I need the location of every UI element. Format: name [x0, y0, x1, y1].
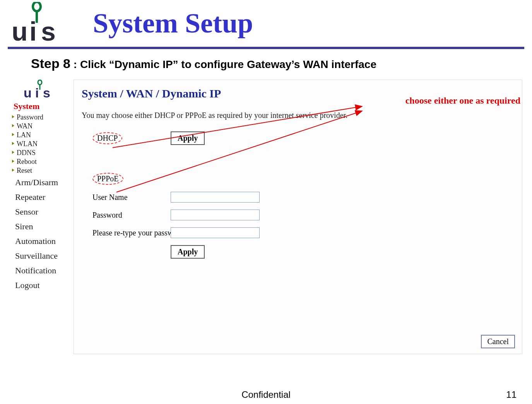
username-input[interactable] — [171, 192, 260, 203]
uis-logo-small: u i s — [10, 80, 71, 99]
sidebar-item-automation[interactable]: Automation — [10, 234, 71, 249]
svg-text:s: s — [41, 17, 56, 44]
step-number: Step 8 — [31, 56, 70, 71]
step-separator: : — [70, 58, 80, 70]
sidebar-item-sensor[interactable]: Sensor — [10, 205, 71, 219]
dhcp-option[interactable]: DHCP — [92, 132, 122, 144]
sidebar-item-system[interactable]: System — [10, 101, 71, 111]
sidebar-item-reset[interactable]: Reset — [10, 166, 71, 175]
sidebar-item-siren[interactable]: Siren — [10, 219, 71, 234]
sidebar-item-ddns[interactable]: DDNS — [10, 148, 71, 157]
admin-sidebar: u i s System Password WAN LAN WLAN DDNS … — [8, 80, 74, 293]
retype-password-input[interactable] — [171, 227, 260, 238]
uis-logo-large: u i s — [8, 2, 68, 44]
sidebar-item-reboot[interactable]: Reboot — [10, 157, 71, 166]
annotation-text: choose either one as required — [405, 95, 520, 106]
svg-point-5 — [38, 80, 42, 85]
sidebar-item-arm-disarm[interactable]: Arm/Disarm — [10, 175, 71, 190]
step-text: Click “Dynamic IP” to configure Gateway’… — [80, 58, 376, 70]
apply-dhcp-button[interactable]: Apply — [171, 131, 205, 145]
svg-text:i: i — [35, 85, 39, 99]
sidebar-item-password[interactable]: Password — [10, 113, 71, 122]
sidebar-item-surveillance[interactable]: Surveillance — [10, 249, 71, 263]
sidebar-item-wan[interactable]: WAN — [10, 122, 71, 131]
svg-text:u: u — [24, 85, 32, 99]
cancel-button[interactable]: Cancel — [481, 335, 515, 348]
pppoe-option[interactable]: PPPoE — [92, 173, 123, 185]
step-instruction: Step 8 : Click “Dynamic IP” to configure… — [8, 56, 524, 71]
footer-confidential: Confidential — [241, 389, 291, 400]
panel-description: You may choose either DHCP or PPPoE as r… — [82, 111, 514, 120]
footer-page-number: 11 — [506, 389, 517, 400]
sidebar-item-repeater[interactable]: Repeater — [10, 190, 71, 205]
username-label: User Name — [82, 193, 171, 202]
svg-text:i: i — [29, 17, 37, 44]
sidebar-item-wlan[interactable]: WLAN — [10, 140, 71, 148]
slide-title: System Setup — [93, 7, 253, 39]
svg-point-0 — [33, 2, 41, 11]
sidebar-item-lan[interactable]: LAN — [10, 131, 71, 140]
svg-text:u: u — [12, 17, 28, 44]
sidebar-item-notification[interactable]: Notification — [10, 263, 71, 278]
svg-text:s: s — [43, 85, 50, 99]
title-underline — [8, 47, 524, 49]
password-input[interactable] — [171, 210, 260, 220]
apply-pppoe-button[interactable]: Apply — [171, 245, 205, 259]
sidebar-item-logout[interactable]: Logout — [10, 278, 71, 293]
config-panel: System / WAN / Dynamic IP You may choose… — [74, 80, 522, 354]
password-label: Password — [82, 211, 171, 220]
